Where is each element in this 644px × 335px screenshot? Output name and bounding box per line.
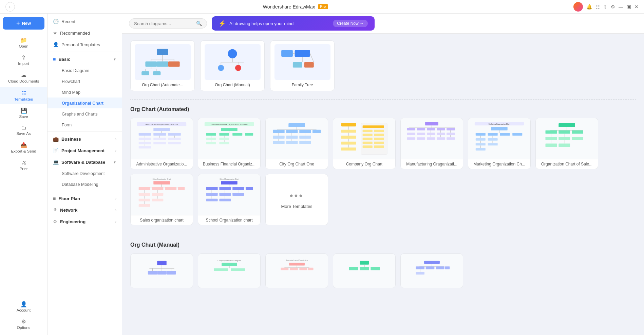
settings-icon[interactable]: ⚙ [611,4,615,10]
search-input[interactable] [134,21,193,26]
nav-floor-plan[interactable]: ■ Floor Plan › [48,193,122,204]
back-button[interactable]: ← [5,2,15,12]
card-city-org[interactable]: City Org Chart One [265,118,328,169]
nav-network-label: Network [60,208,77,213]
nav-business[interactable]: 💼 Business › [48,133,122,145]
card-marketing-org[interactable]: Marketing Organization Chart [468,118,531,169]
sidebar-item-open[interactable]: 📁 Open [0,34,47,51]
card-sales-org[interactable]: Sales Organization Chart [130,174,193,225]
card-sales-chart[interactable]: Organization Chart of Sale... [535,118,598,169]
floorplan-icon: ■ [53,196,56,201]
card-admin-org[interactable]: Administrative Organization Structure [130,118,193,169]
card-company-org[interactable]: Company Org Chart [333,118,396,169]
card-manual-3-preview: Enterprise Internal Organization [266,254,328,288]
nav-recommended[interactable]: ★ Recommended [48,27,122,39]
svg-rect-193 [246,187,253,190]
nav-divider-2 [48,131,122,132]
svg-rect-57 [245,133,253,136]
svg-rect-153 [558,123,575,127]
ai-banner[interactable]: ⚡ AI drawing helps open your mind Create… [212,16,375,31]
grid-icon[interactable]: ☷ [595,4,600,10]
svg-rect-110 [417,128,425,130]
sidebar-item-save[interactable]: 💾 Save [0,105,47,121]
card-school-org[interactable]: School Organization Chart [198,174,261,225]
notification-icon[interactable]: 🔔 [586,4,592,10]
card-manual-1[interactable] [130,253,193,288]
nav-network[interactable]: ⚘ Network › [48,204,122,216]
nav-graphs[interactable]: Graphs and Charts [48,108,122,119]
sidebar-item-cloud[interactable]: ☁ Cloud Documents [0,69,47,87]
svg-rect-183 [152,199,163,201]
nav-engineering[interactable]: ⚙ Engineering › [48,216,122,227]
nav-software[interactable]: 💻 Software & Database ▼ [48,156,122,168]
svg-rect-56 [232,133,242,136]
sidebar-item-print[interactable]: 🖨 Print [0,157,47,174]
svg-rect-102 [363,142,373,144]
nav-org-chart[interactable]: Organizational Chart [48,98,122,108]
top-card-family-tree[interactable]: Family Tree [270,40,335,91]
basic-chevron-icon: ▼ [113,57,116,61]
create-now-button[interactable]: Create Now → [333,20,368,27]
card-manual-2[interactable]: Company Structure Diagram [198,253,261,288]
svg-rect-191 [219,187,231,190]
sidebar-item-saveas[interactable]: 🗀 Save As [0,122,47,138]
nav-db-model[interactable]: Database Modeling [48,179,122,190]
close-button[interactable]: ✕ [634,4,639,10]
card-manual-3[interactable]: Enterprise Internal Organization [265,253,328,288]
svg-rect-70 [286,130,298,133]
svg-rect-166 [558,144,570,147]
nav-flowchart-label: Flowchart [62,79,80,84]
nav-flowchart[interactable]: Flowchart [48,76,122,87]
section-divider-2 [130,235,636,235]
upload-icon[interactable]: ⇧ [603,4,607,10]
svg-text:Business Financial Organizatio: Business Financial Organization Structur… [211,123,248,125]
new-plus-icon: + [16,20,20,27]
card-more-templates[interactable]: ••• More Templates [265,174,328,225]
ai-icon: ⚡ [219,20,226,27]
svg-rect-141 [500,133,510,136]
automated-cards: Administrative Organization Structure [130,118,636,225]
nav-sw-dev-label: Software Development [62,171,105,176]
sidebar-item-account[interactable]: 👤 Account [0,298,47,315]
minimize-button[interactable]: — [619,4,623,10]
svg-rect-165 [546,144,557,147]
nav-personal[interactable]: 👤 Personal Templates [48,39,122,50]
sidebar-item-import[interactable]: ⇪ Import [0,52,47,68]
nav-engineering-label: Engineering [60,219,86,224]
nav-sw-dev[interactable]: Software Development [48,168,122,179]
top-card-family-tree-preview [274,44,330,80]
sidebar-item-options[interactable]: ⚙ Options [0,316,47,332]
nav-recent[interactable]: 🕐 Recent [48,16,122,27]
manual-section-title: Org Chart (Manual) [130,242,636,248]
sidebar-item-templates[interactable]: ☷ Templates [0,87,47,104]
svg-rect-113 [447,128,455,130]
nav-basic[interactable]: ■ Basic ▼ [48,53,122,65]
nav-project[interactable]: 📄 Project Management › [48,145,122,156]
top-card-org-manual[interactable]: Org Chart (Manual) [200,40,265,91]
nav-form[interactable]: Form [48,119,122,130]
card-manual-4[interactable] [333,253,396,288]
svg-rect-99 [374,134,384,136]
sidebar-item-export[interactable]: 📤 Export & Send [0,139,47,157]
card-manual-5[interactable] [400,253,463,288]
svg-rect-150 [488,143,498,146]
nav-personal-label: Personal Templates [61,42,100,47]
svg-rect-157 [558,130,570,134]
top-card-org-auto[interactable]: Org Chart (Automate... [130,40,195,91]
nav-mind-map[interactable]: Mind Map [48,87,122,98]
nav-basic-diagram[interactable]: Basic Diagram [48,65,122,76]
svg-rect-199 [232,193,244,196]
card-company-org-preview [333,118,395,159]
app-title: Wondershare EdrawMax [263,4,315,10]
card-school-org-preview: School Organization Chart [198,174,260,215]
card-mfg-org[interactable]: Manufacturing Oraganizati... [400,118,463,169]
new-button[interactable]: + New [3,17,44,30]
maximize-button[interactable]: ▣ [627,4,631,10]
avatar[interactable] [573,2,583,12]
svg-rect-230 [360,267,369,270]
search-container[interactable]: 🔍 [129,18,207,29]
svg-rect-65 [219,142,229,144]
saveas-label: Save As [16,131,31,136]
card-biz-fin[interactable]: Business Financial Organization Structur… [198,118,261,169]
svg-rect-216 [214,268,228,271]
